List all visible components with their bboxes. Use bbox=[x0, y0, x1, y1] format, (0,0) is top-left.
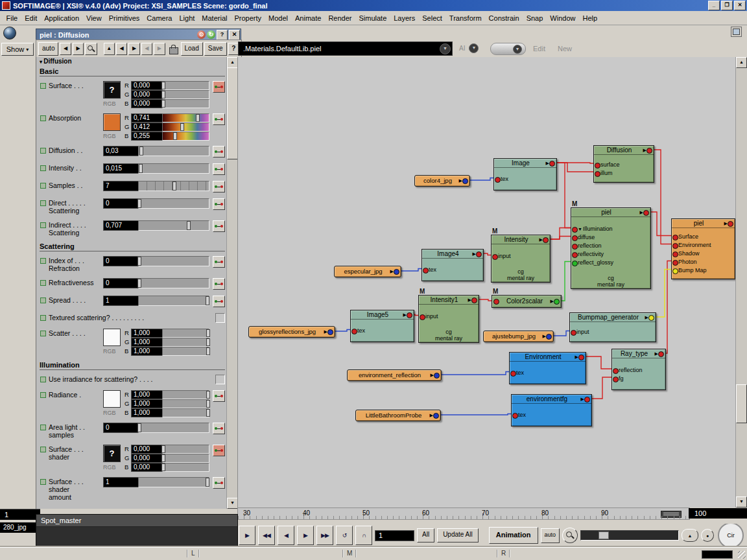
edit-button-disabled[interactable]: Edit bbox=[533, 45, 545, 52]
anim-divot[interactable] bbox=[40, 392, 46, 398]
slider[interactable] bbox=[162, 329, 209, 338]
lock-icon[interactable] bbox=[169, 47, 178, 54]
value-field[interactable]: 0,741 bbox=[131, 113, 162, 122]
connection-plug-icon[interactable] bbox=[213, 296, 225, 307]
value-field[interactable]: 0 bbox=[103, 423, 138, 433]
input-port[interactable] bbox=[492, 254, 498, 260]
menu-animate[interactable]: Animate bbox=[292, 13, 325, 23]
slider-thumb[interactable] bbox=[139, 146, 143, 156]
history-back-button[interactable]: ◀ bbox=[116, 43, 127, 55]
save-preset-button[interactable]: Save bbox=[204, 42, 227, 56]
minimize-button[interactable]: _ bbox=[708, 1, 720, 10]
connection-plug-icon[interactable] bbox=[213, 181, 225, 192]
status-marker-r[interactable]: R bbox=[497, 550, 510, 557]
checkbox[interactable] bbox=[215, 313, 225, 323]
value-field[interactable]: 1,000 bbox=[131, 347, 162, 356]
node-environmentfg[interactable]: environmentfg▶tex bbox=[511, 394, 592, 426]
slider-thumb[interactable] bbox=[161, 82, 165, 89]
output-port[interactable] bbox=[471, 298, 477, 303]
step-back-icon[interactable]: ◀ bbox=[278, 526, 294, 545]
display-mode-icon[interactable] bbox=[3, 27, 16, 40]
port-tex[interactable]: tex bbox=[351, 327, 414, 335]
output-port[interactable] bbox=[578, 355, 584, 360]
port-bump-map[interactable]: Bump Map bbox=[672, 266, 735, 275]
port-tex[interactable]: tex bbox=[422, 266, 483, 274]
node-image4[interactable]: Image4▶tex bbox=[421, 249, 484, 281]
input-port[interactable] bbox=[351, 329, 357, 334]
menu-window[interactable]: Window bbox=[547, 13, 579, 23]
node-intensity[interactable]: MIntensity▶inputcgmental ray bbox=[491, 235, 551, 283]
input-port[interactable] bbox=[572, 227, 578, 233]
port-tex[interactable]: tex bbox=[512, 411, 591, 419]
dropdown-icon[interactable]: ▼ bbox=[440, 43, 451, 54]
port-environment[interactable]: Environment bbox=[672, 241, 735, 250]
anim-divot[interactable] bbox=[40, 315, 46, 321]
port-input[interactable]: input bbox=[570, 328, 656, 336]
node-header[interactable]: Ray_type▶ bbox=[612, 349, 665, 358]
slider-thumb[interactable] bbox=[137, 423, 141, 432]
input-port[interactable] bbox=[613, 368, 619, 374]
node-header[interactable]: glossyreflections_jpg▶ bbox=[249, 327, 335, 337]
menu-camera[interactable]: Camera bbox=[143, 13, 176, 23]
value-field[interactable]: 0,000 bbox=[131, 90, 162, 99]
node-ray-type[interactable]: Ray_type▶reflectionfg bbox=[611, 349, 666, 390]
node-header[interactable]: ajustebump_jpg▶ bbox=[484, 331, 553, 342]
all-button[interactable]: All bbox=[417, 528, 434, 542]
node-color2scalar[interactable]: MColor2scalar▶ bbox=[492, 295, 562, 308]
node-header[interactable]: environment_reflection▶ bbox=[348, 370, 441, 380]
input-port[interactable] bbox=[672, 235, 678, 240]
menu-select[interactable]: Select bbox=[419, 13, 446, 23]
menu-primitives[interactable]: Primitives bbox=[105, 13, 143, 23]
slider-thumb[interactable] bbox=[180, 123, 184, 131]
anim-divot[interactable] bbox=[40, 222, 46, 228]
range-end-field[interactable]: 100 bbox=[689, 508, 747, 519]
slider-thumb[interactable] bbox=[173, 132, 177, 140]
input-port[interactable] bbox=[672, 268, 678, 274]
slider[interactable] bbox=[138, 477, 209, 487]
slider[interactable] bbox=[162, 81, 209, 90]
value-field[interactable]: 0 bbox=[103, 256, 138, 266]
menu-help[interactable]: Help bbox=[579, 13, 601, 23]
slider-thumb[interactable] bbox=[187, 221, 191, 230]
menu-file[interactable]: File bbox=[3, 13, 21, 23]
port-reflect-glossy[interactable]: reflect_glossy bbox=[571, 259, 650, 267]
slider-thumb[interactable] bbox=[206, 347, 210, 355]
input-port[interactable] bbox=[571, 330, 576, 336]
input-port[interactable] bbox=[672, 251, 678, 257]
value-field[interactable]: 0,707 bbox=[103, 220, 138, 231]
port-input[interactable]: input bbox=[419, 312, 479, 321]
slider[interactable] bbox=[138, 163, 209, 174]
step-forward-icon[interactable]: ▶ bbox=[297, 526, 314, 545]
input-port[interactable] bbox=[572, 261, 578, 266]
node-piel[interactable]: piel▶SurfaceEnvironmentShadowPhotonBump … bbox=[671, 218, 735, 279]
slider[interactable] bbox=[162, 99, 209, 108]
port-surface[interactable]: surface bbox=[594, 161, 654, 169]
value-field[interactable]: 0,000 bbox=[131, 463, 162, 472]
value-field[interactable]: 0 bbox=[103, 278, 138, 288]
scroll-down-icon[interactable]: ▼ bbox=[227, 498, 238, 509]
node-color4-jpg[interactable]: color4_jpg▶ bbox=[414, 175, 470, 187]
node-header[interactable]: Image4▶ bbox=[422, 250, 483, 259]
connection-plug-icon[interactable] bbox=[213, 256, 225, 268]
value-field[interactable]: 0 bbox=[103, 198, 138, 209]
color-swatch[interactable]: ? bbox=[103, 81, 121, 99]
slider[interactable] bbox=[162, 122, 209, 132]
port-tex[interactable]: tex bbox=[494, 175, 556, 183]
port-photon[interactable]: Photon bbox=[672, 258, 735, 266]
value-field[interactable]: 0,412 bbox=[131, 122, 162, 132]
output-port[interactable] bbox=[546, 334, 552, 340]
port-fg[interactable]: fg bbox=[612, 375, 665, 383]
page-back-button[interactable]: ◀ bbox=[141, 43, 152, 55]
menu-application[interactable]: Application bbox=[41, 13, 83, 23]
port-input[interactable]: input bbox=[492, 252, 550, 261]
circle-tool-button[interactable]: Cir bbox=[718, 524, 744, 547]
slider-thumb[interactable] bbox=[196, 114, 200, 122]
anim-divot[interactable] bbox=[40, 425, 46, 430]
menu-snap[interactable]: Snap bbox=[523, 13, 547, 23]
status-marker-m[interactable]: M bbox=[342, 550, 357, 557]
connection-plug-icon[interactable] bbox=[213, 146, 225, 158]
spin-up-icon[interactable]: ▲ bbox=[682, 529, 698, 542]
recycle-icon[interactable]: ↻ bbox=[207, 30, 215, 39]
port-reflection[interactable]: reflection bbox=[571, 242, 650, 250]
play-icon[interactable]: ▶ bbox=[239, 526, 255, 545]
